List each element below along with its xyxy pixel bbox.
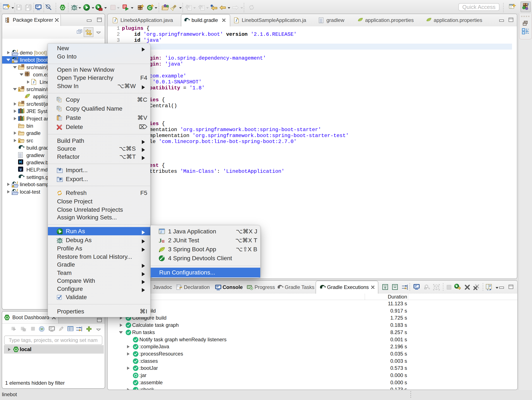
svg-text:{..}: {..}: [177, 285, 182, 287]
svg-text:J: J: [114, 19, 116, 23]
svg-text:J: J: [16, 57, 18, 60]
svg-text:J: J: [16, 181, 18, 184]
svg-text:J: J: [16, 50, 18, 53]
svg-text:X: X: [425, 287, 426, 290]
svg-text:J: J: [32, 80, 34, 84]
svg-text:J: J: [16, 189, 18, 192]
svg-text:J: J: [235, 19, 237, 23]
svg-text:J: J: [527, 3, 529, 6]
svg-text:u: u: [162, 238, 165, 243]
svg-text:J: J: [160, 230, 162, 234]
svg-text:J: J: [159, 237, 162, 243]
svg-text:C: C: [148, 6, 151, 10]
